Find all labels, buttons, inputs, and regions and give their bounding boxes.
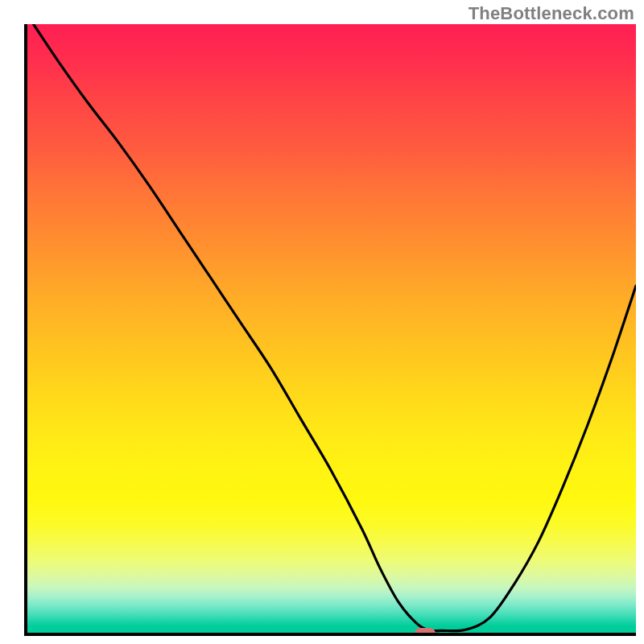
bottleneck-chart: TheBottleneck.com [0,0,644,644]
plot-area [24,24,636,636]
bottleneck-curve [34,24,636,631]
curve-svg [27,24,636,633]
attribution-text: TheBottleneck.com [469,3,634,24]
optimal-marker [415,628,436,636]
